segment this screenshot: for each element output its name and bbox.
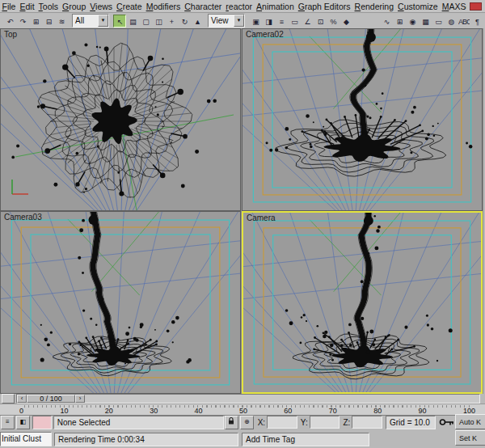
viewport-label[interactable]: Camera03: [4, 213, 42, 222]
bind-to-spacewarp-icon[interactable]: ≋: [55, 15, 68, 27]
undo-icon[interactable]: ↶: [3, 15, 16, 27]
prompt-bar: Initial Clust Rendering Time 0:00:34 Add…: [0, 430, 455, 448]
select-object-icon[interactable]: ↖: [113, 15, 126, 27]
y-coordinate-field[interactable]: [310, 416, 340, 429]
status-left-icon-2[interactable]: ◧: [16, 416, 30, 429]
menu-item[interactable]: Rendering: [352, 2, 395, 11]
grid-setting-field: Grid = 10.0: [386, 416, 436, 429]
viewport-canvas-camera02[interactable]: [242, 29, 482, 210]
x-coordinate-field[interactable]: [267, 416, 297, 429]
coord-system-dropdown[interactable]: View ▼: [208, 14, 245, 27]
dropdown-arrow-icon[interactable]: ▼: [234, 15, 244, 27]
viewport-label[interactable]: Camera: [247, 213, 276, 222]
status-left-icon-1[interactable]: ≡: [1, 416, 15, 429]
viewport-top[interactable]: Top: [0, 28, 241, 211]
viewport-canvas-camera03[interactable]: [1, 212, 240, 393]
menu-item[interactable]: Group: [61, 2, 88, 11]
quick-render-icon[interactable]: ◍: [445, 15, 458, 27]
viewport-canvas-top[interactable]: [1, 29, 240, 210]
curve-editor-icon[interactable]: ∿: [380, 15, 393, 27]
selection-status-field: None Selected: [53, 416, 224, 429]
listener-icon[interactable]: ¶: [470, 15, 483, 27]
viewport-label[interactable]: Top: [4, 30, 17, 39]
menu-item[interactable]: Graph Editors: [296, 2, 352, 11]
select-move-icon[interactable]: +: [165, 15, 178, 27]
viewport-camera02[interactable]: Camera02: [242, 28, 483, 211]
render-type-icon[interactable]: ▭: [432, 15, 445, 27]
set-key-button[interactable]: Set K: [455, 430, 485, 446]
unlink-selection-icon[interactable]: ⊟: [42, 15, 55, 27]
select-region-icon[interactable]: ▢: [139, 15, 152, 27]
coord-system-value: View: [211, 16, 232, 25]
menu-item[interactable]: Create: [115, 2, 145, 11]
menu-item[interactable]: File: [0, 2, 18, 11]
viewport-camera[interactable]: Camera: [242, 211, 483, 394]
time-slider-thumb[interactable]: 0 / 100: [27, 395, 75, 403]
schematic-view-icon[interactable]: ⊞: [393, 15, 406, 27]
set-key-icon[interactable]: [439, 416, 455, 429]
viewport-label[interactable]: Camera02: [246, 30, 284, 39]
y-label: Y:: [301, 418, 308, 427]
status-bar: ≡ ◧ None Selected ⊕ X: Y: Z: Grid = 10.0: [0, 414, 455, 430]
menu-item[interactable]: Modifiers: [144, 2, 183, 11]
add-time-tag-field[interactable]: Add Time Tag: [242, 433, 369, 446]
menu-item[interactable]: Character: [183, 2, 224, 11]
named-selection-icon[interactable]: ▭: [288, 15, 301, 27]
dropdown-arrow-icon[interactable]: ▼: [98, 15, 108, 27]
mini-listener-macro-pane[interactable]: [32, 416, 52, 429]
viewport-camera03[interactable]: Camera03: [0, 211, 241, 394]
select-and-link-icon[interactable]: ⊞: [29, 15, 42, 27]
percent-snap-icon[interactable]: %: [327, 15, 340, 27]
abc-icon[interactable]: ABC: [458, 15, 470, 27]
window-crossing-icon[interactable]: ◫: [152, 15, 165, 27]
prev-frame-icon[interactable]: ‹: [17, 395, 27, 403]
spinner-snap-icon[interactable]: ◆: [340, 15, 352, 27]
mini-listener-script-pane[interactable]: Initial Clust: [0, 432, 52, 446]
use-center-icon[interactable]: ▣: [249, 15, 262, 27]
align-icon[interactable]: ≡: [275, 15, 288, 27]
mini-curve-editor-icon[interactable]: [2, 394, 15, 404]
snap-toggle-icon[interactable]: ∠: [301, 15, 314, 27]
app-window: FileEditToolsGroupViewsCreateModifiersCh…: [0, 0, 485, 448]
viewport-area: Top Camera02 Camera03 Camera: [0, 28, 483, 394]
time-slider-track[interactable]: ‹ 0 / 100 ›: [16, 394, 480, 404]
render-scene-icon[interactable]: ▦: [419, 15, 432, 27]
menu-item[interactable]: MAXScript: [440, 2, 466, 11]
select-by-name-icon[interactable]: ▤: [126, 15, 139, 27]
absolute-offset-icon[interactable]: ⊕: [240, 416, 254, 429]
menu-item[interactable]: Tools: [36, 2, 61, 11]
auto-key-button[interactable]: Auto K: [455, 414, 485, 429]
x-label: X:: [258, 418, 265, 427]
menu-item[interactable]: Animation: [255, 2, 297, 11]
menu-item[interactable]: Edit: [18, 2, 36, 11]
menu-bar: FileEditToolsGroupViewsCreateModifiersCh…: [0, 0, 485, 13]
time-slider-bar: ‹ 0 / 100 ›: [0, 394, 485, 404]
selection-filter-dropdown[interactable]: All ▼: [72, 14, 109, 27]
main-toolbar: ↶↷⊞⊟≋ All ▼ ↖▤▢◫+↻▲ View ▼ ▣◨≡▭∠⊡%◆ ∿⊞◉▦…: [0, 13, 485, 29]
menu-item[interactable]: Customize: [396, 2, 441, 11]
key-buttons-group: Auto K Set K: [455, 414, 485, 448]
prompt-status-field: Rendering Time 0:00:34: [54, 433, 238, 446]
selection-filter-value: All: [75, 16, 96, 25]
angle-snap-icon[interactable]: ⊡: [314, 15, 327, 27]
z-label: Z:: [343, 418, 350, 427]
viewport-canvas-camera[interactable]: [243, 213, 481, 392]
material-editor-icon[interactable]: ◉: [406, 15, 419, 27]
z-coordinate-field[interactable]: [352, 416, 382, 429]
menu-item[interactable]: Views: [88, 2, 115, 11]
selection-lock-icon[interactable]: [225, 416, 238, 429]
mirror-icon[interactable]: ◨: [262, 15, 275, 27]
select-scale-icon[interactable]: ▲: [191, 15, 204, 27]
menu-red-icon[interactable]: [470, 2, 482, 11]
redo-icon[interactable]: ↷: [16, 15, 29, 27]
next-frame-icon[interactable]: ›: [75, 395, 85, 403]
menu-item[interactable]: reactor: [224, 2, 255, 11]
select-rotate-icon[interactable]: ↻: [178, 15, 191, 27]
